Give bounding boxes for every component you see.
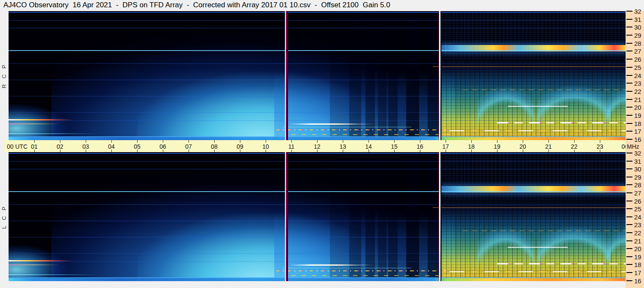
hour-tick — [497, 140, 497, 143]
hour-tick — [600, 140, 600, 143]
carrier-line — [9, 237, 626, 237]
frequency-label: 20 — [634, 245, 644, 252]
frequency-tick — [626, 153, 632, 153]
hour-label: 15 — [386, 143, 402, 150]
frequency-label: 25 — [634, 205, 644, 213]
carrier-line — [9, 253, 626, 254]
marker-line-1648utc — [440, 11, 441, 140]
rfi-streak — [497, 122, 626, 123]
frequency-label: 22 — [634, 229, 644, 237]
frequency-tick — [626, 280, 632, 281]
frequency-tick — [626, 208, 632, 209]
rfi-streak — [289, 264, 375, 266]
carrier-line — [9, 20, 626, 21]
hour-tick — [291, 140, 292, 143]
hour-tick — [34, 140, 35, 143]
lcp-polarization-label: L C P — [0, 152, 8, 281]
bottom-edge-band — [9, 278, 626, 281]
early-rfi-streak — [9, 264, 60, 265]
hour-label: 17 — [438, 143, 453, 150]
frequency-label: 29 — [634, 174, 644, 181]
offset-setting: Offset 2100 — [321, 1, 359, 9]
frequency-tick — [626, 201, 632, 201]
hour-tick — [394, 140, 395, 143]
hour-label: 04 — [104, 143, 119, 150]
hour-tick — [317, 140, 318, 143]
carrier-line — [9, 204, 626, 205]
hour-label: 08 — [207, 143, 222, 150]
hour-tick — [266, 140, 266, 143]
frequency-tick — [626, 192, 632, 193]
rfi-streak — [283, 127, 411, 127]
hour-label: 09 — [232, 143, 248, 150]
rfi-streak — [433, 66, 626, 67]
frequency-tick — [626, 177, 632, 177]
frequency-label: 26 — [634, 198, 644, 205]
carrier-line — [9, 80, 626, 80]
hour-label: 06 — [155, 143, 171, 150]
rfi-streak — [450, 130, 626, 131]
rfi-streak — [283, 268, 411, 268]
hour-tick — [574, 140, 575, 143]
hour-tick — [368, 140, 369, 143]
carrier-line — [9, 191, 626, 192]
hour-tick — [343, 140, 343, 143]
bottom-edge-band — [9, 137, 626, 140]
app-window: AJ4CO Observatory 16 Apr 2021 - DPS on T… — [0, 0, 644, 288]
hour-tick — [240, 140, 240, 143]
frequency-label: 23 — [634, 221, 644, 228]
frequency-tick — [626, 216, 632, 217]
hour-tick — [137, 140, 138, 143]
hour-label: 07 — [181, 143, 196, 150]
carrier-line — [9, 161, 626, 162]
hour-label: 12 — [309, 143, 325, 150]
hour-tick — [214, 140, 215, 143]
hour-label: 13 — [335, 143, 350, 150]
title-gap — [69, 1, 72, 9]
frequency-tick — [626, 224, 632, 225]
frequency-label: 16 — [634, 277, 644, 285]
rfi-streak — [276, 129, 448, 130]
carrier-line — [9, 261, 626, 262]
carrier-line — [9, 96, 626, 96]
frequency-label: 31 — [634, 158, 644, 165]
hour-tick — [471, 140, 472, 143]
hour-label: 05 — [129, 143, 145, 150]
early-rfi-streak — [9, 133, 99, 134]
gain-setting: Gain 5.0 — [362, 1, 390, 9]
rfi-streak — [463, 231, 626, 231]
rcp-polarization-label: R C P — [0, 11, 8, 140]
hour-label: 10 — [258, 143, 273, 150]
rfi-streak — [276, 270, 448, 271]
spectrogram-lcp — [9, 152, 626, 281]
rfi-streak — [291, 275, 450, 276]
hour-label: 01 — [27, 143, 42, 150]
carrier-line — [9, 50, 626, 51]
rfi-streak — [450, 271, 626, 272]
carrier-line — [9, 169, 626, 169]
ionospheric-arc — [478, 212, 533, 281]
carrier-line — [9, 12, 626, 13]
hour-label: 22 — [566, 143, 582, 150]
carrier-line — [9, 153, 626, 154]
frequency-label: 19 — [634, 253, 644, 261]
hour-tick — [548, 140, 549, 143]
rfi-streak — [497, 263, 626, 264]
marker-line-1045utc — [287, 152, 288, 281]
ionospheric-arc — [606, 214, 626, 281]
hour-label: 14 — [361, 143, 376, 150]
hour-label: 16 — [412, 143, 428, 150]
hour-tick — [523, 140, 523, 143]
carrier-line — [9, 28, 626, 28]
frequency-label: 27 — [634, 189, 644, 197]
ionospheric-arc — [606, 73, 626, 140]
correction-file: Corrected with Array 2017 01 10.csv — [193, 1, 311, 9]
carrier-line — [9, 221, 626, 221]
hour-label: 18 — [464, 143, 479, 150]
carrier-line — [9, 63, 626, 64]
frequency-label: 28 — [634, 181, 644, 189]
marker-line-1045utc — [287, 11, 288, 140]
early-rfi-streak — [9, 274, 99, 275]
rfi-streak — [289, 123, 375, 125]
title-bar: AJ4CO Observatory 16 Apr 2021 - DPS on T… — [3, 1, 390, 10]
